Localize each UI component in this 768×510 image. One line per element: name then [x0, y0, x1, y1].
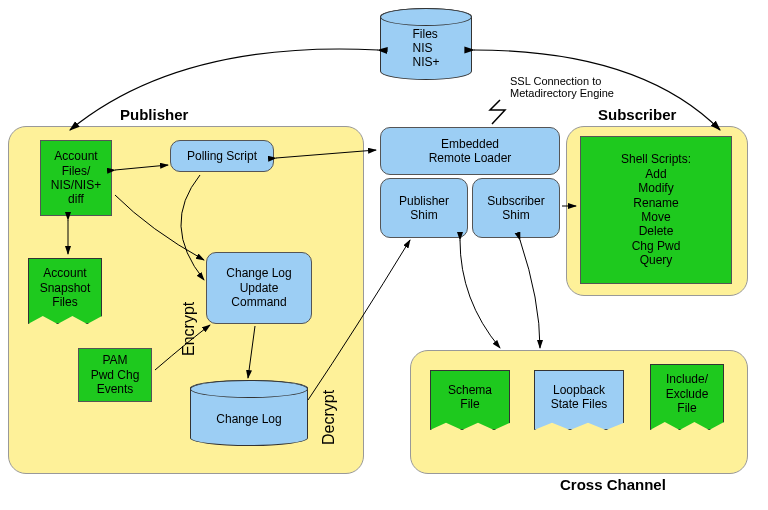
subscriber-shim: Subscriber Shim	[472, 178, 560, 238]
publisher-shim: Publisher Shim	[380, 178, 468, 238]
shell-scripts-box: Shell Scripts: Add Modify Rename Move De…	[580, 136, 732, 284]
schema-file-box: Schema File	[430, 370, 510, 430]
loopback-state-box: Loopback State Files	[534, 370, 624, 430]
top-files-db: Files NIS NIS+	[380, 8, 472, 80]
include-exclude-box: Include/ Exclude File	[650, 364, 724, 430]
snapshot-files-box: Account Snapshot Files	[28, 258, 102, 324]
publisher-title: Publisher	[120, 106, 188, 123]
change-log-update-box: Change Log Update Command	[206, 252, 312, 324]
pam-events-box: PAM Pwd Chg Events	[78, 348, 152, 402]
account-files-box: Account Files/ NIS/NIS+ diff	[40, 140, 112, 216]
change-log-db: Change Log	[190, 380, 308, 446]
encrypt-label: Encrypt	[180, 302, 198, 356]
subscriber-title: Subscriber	[598, 106, 676, 123]
polling-script-box: Polling Script	[170, 140, 274, 172]
change-log-db-label: Change Log	[216, 412, 281, 426]
top-files-db-label: Files NIS NIS+	[412, 27, 439, 69]
decrypt-label: Decrypt	[320, 390, 338, 445]
embedded-remote-loader: Embedded Remote Loader	[380, 127, 560, 175]
cross-channel-title: Cross Channel	[560, 476, 666, 493]
ssl-annotation: SSL Connection to Metadirectory Engine	[510, 75, 614, 99]
